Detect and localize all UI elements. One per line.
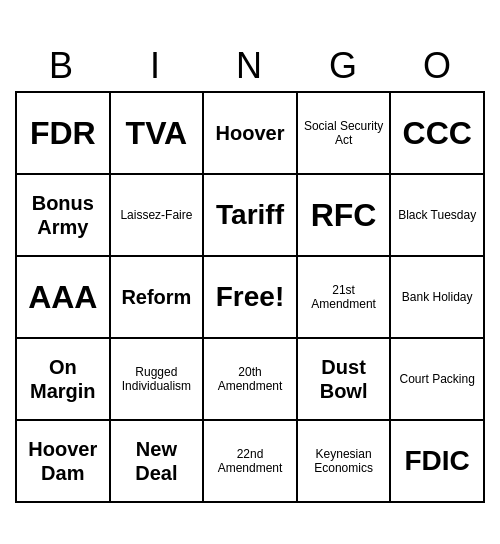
bingo-cell: 20th Amendment [204, 339, 298, 421]
cell-text: Keynesian Economics [302, 447, 386, 476]
header-g: G [297, 41, 391, 91]
header-b: B [15, 41, 109, 91]
bingo-cell: Rugged Individualism [111, 339, 205, 421]
cell-text: CCC [403, 114, 472, 152]
bingo-cell: TVA [111, 93, 205, 175]
bingo-cell: Bank Holiday [391, 257, 485, 339]
cell-text: On Margin [21, 355, 105, 403]
cell-text: 22nd Amendment [208, 447, 292, 476]
bingo-cell: Tariff [204, 175, 298, 257]
bingo-cell: Bonus Army [17, 175, 111, 257]
header-o: O [391, 41, 485, 91]
cell-text: Hoover Dam [21, 437, 105, 485]
cell-text: Hoover [216, 121, 285, 145]
bingo-cell: Dust Bowl [298, 339, 392, 421]
bingo-cell: New Deal [111, 421, 205, 503]
bingo-cell: 22nd Amendment [204, 421, 298, 503]
cell-text: FDIC [405, 444, 470, 478]
bingo-cell: On Margin [17, 339, 111, 421]
cell-text: Free! [216, 280, 284, 314]
header-i: I [109, 41, 203, 91]
bingo-header: B I N G O [15, 41, 485, 91]
cell-text: Bank Holiday [402, 290, 473, 304]
bingo-cell: FDIC [391, 421, 485, 503]
bingo-cell: Hoover Dam [17, 421, 111, 503]
bingo-cell: AAA [17, 257, 111, 339]
cell-text: Reform [121, 285, 191, 309]
cell-text: Court Packing [400, 372, 475, 386]
bingo-cell: RFC [298, 175, 392, 257]
cell-text: Black Tuesday [398, 208, 476, 222]
cell-text: 21st Amendment [302, 283, 386, 312]
cell-text: RFC [311, 196, 377, 234]
cell-text: New Deal [115, 437, 199, 485]
bingo-cell: Keynesian Economics [298, 421, 392, 503]
cell-text: TVA [126, 114, 188, 152]
cell-text: Laissez-Faire [120, 208, 192, 222]
bingo-cell: Reform [111, 257, 205, 339]
bingo-cell: Court Packing [391, 339, 485, 421]
cell-text: Rugged Individualism [115, 365, 199, 394]
bingo-cell: Laissez-Faire [111, 175, 205, 257]
cell-text: Tariff [216, 198, 284, 232]
cell-text: 20th Amendment [208, 365, 292, 394]
bingo-cell: Free! [204, 257, 298, 339]
cell-text: FDR [30, 114, 96, 152]
bingo-cell: CCC [391, 93, 485, 175]
bingo-cell: Black Tuesday [391, 175, 485, 257]
bingo-card: B I N G O FDRTVAHooverSocial Security Ac… [15, 41, 485, 503]
bingo-cell: FDR [17, 93, 111, 175]
header-n: N [203, 41, 297, 91]
bingo-cell: Hoover [204, 93, 298, 175]
bingo-grid: FDRTVAHooverSocial Security ActCCCBonus … [15, 91, 485, 503]
cell-text: Dust Bowl [302, 355, 386, 403]
bingo-cell: 21st Amendment [298, 257, 392, 339]
cell-text: Social Security Act [302, 119, 386, 148]
cell-text: Bonus Army [21, 191, 105, 239]
cell-text: AAA [28, 278, 97, 316]
bingo-cell: Social Security Act [298, 93, 392, 175]
